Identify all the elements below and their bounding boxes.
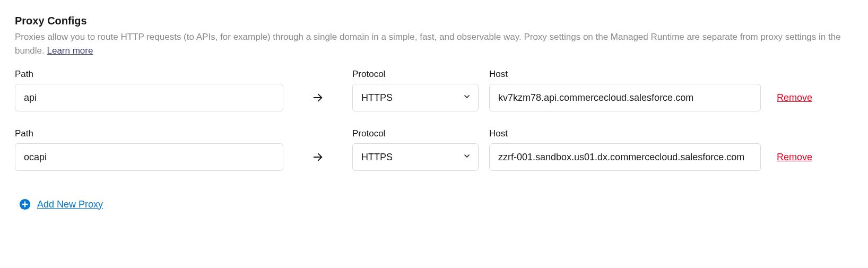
protocol-select-wrap: HTTPS [352,143,479,171]
host-label: Host [489,69,761,80]
host-input[interactable] [489,143,761,171]
add-new-proxy-label: Add New Proxy [37,199,103,210]
protocol-label: Protocol [352,128,479,139]
path-input[interactable] [15,84,283,111]
protocol-label: Protocol [352,69,479,80]
protocol-select[interactable]: HTTPS [352,84,479,111]
protocol-select-wrap: HTTPS [352,84,479,111]
plus-circle-icon [19,198,31,210]
add-new-proxy-button[interactable]: Add New Proxy [15,198,103,210]
description-text: Proxies allow you to route HTTP requests… [15,32,841,56]
path-field-group: Path [15,69,283,111]
path-label: Path [15,128,283,139]
arrow-icon [283,143,352,171]
proxy-row: Path Protocol HTTPS Host Remove [15,128,853,171]
proxy-row: Path Protocol HTTPS Host Remove [15,69,853,111]
path-input[interactable] [15,143,283,171]
host-label: Host [489,128,761,139]
section-title: Proxy Configs [15,15,853,27]
protocol-field-group: Protocol HTTPS [352,69,479,111]
host-field-group: Host [489,128,761,171]
remove-button[interactable]: Remove [777,84,812,111]
path-field-group: Path [15,128,283,171]
host-field-group: Host [489,69,761,111]
host-input[interactable] [489,84,761,111]
remove-button[interactable]: Remove [777,143,812,171]
protocol-field-group: Protocol HTTPS [352,128,479,171]
path-label: Path [15,69,283,80]
learn-more-link[interactable]: Learn more [47,46,93,56]
protocol-select[interactable]: HTTPS [352,143,479,171]
section-description: Proxies allow you to route HTTP requests… [15,30,853,57]
arrow-icon [283,84,352,111]
